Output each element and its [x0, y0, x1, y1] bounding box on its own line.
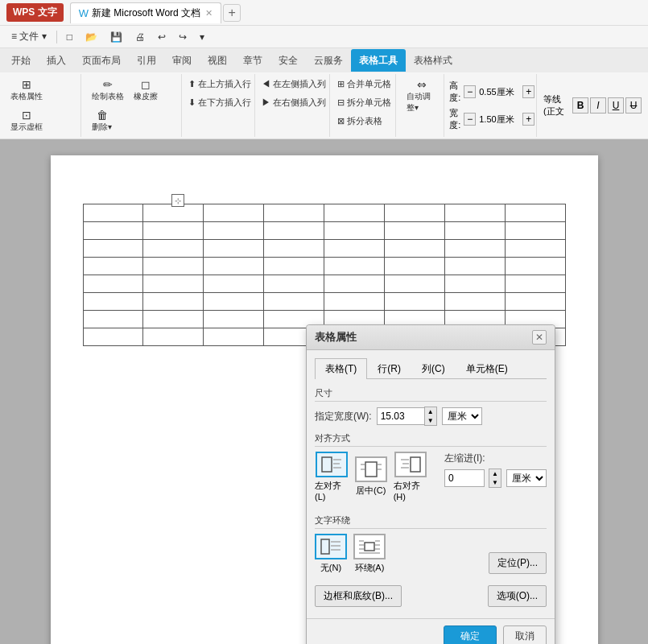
menu-undo[interactable]: ↩	[151, 29, 172, 45]
doc-tab-title: 新建 Microsoft Word 文档	[92, 6, 200, 20]
wrap-around-option[interactable]: 环绕(A)	[353, 534, 386, 574]
width-unit-select[interactable]: 厘米	[442, 407, 482, 425]
dialog-tab-row[interactable]: 行(R)	[367, 358, 411, 379]
wrap-around-label: 环绕(A)	[355, 562, 385, 574]
wps-logo[interactable]: WPS 文字	[6, 3, 64, 22]
align-options-group: 左对齐(L)	[315, 452, 428, 502]
indent-spinner-down[interactable]: ▼	[489, 478, 501, 487]
split-cells-button[interactable]: ⊟ 拆分单元格	[332, 94, 396, 111]
insert-row-below-button[interactable]: ⬇ 在下方插入行	[184, 94, 256, 111]
delete-button[interactable]: 🗑 删除▾	[88, 106, 116, 135]
ribbon-group-1: ⊞ 表格属性 ⊡ 显示虚框	[3, 74, 81, 137]
dialog-title-bar: 表格属性 ✕	[307, 325, 555, 350]
draw-icon: ✏	[103, 78, 113, 91]
group2-btns: ✏ 绘制表格 ◻ 橡皮擦 🗑 删除▾	[88, 76, 178, 135]
merge-cells-button[interactable]: ⊞ 合并单元格	[332, 76, 396, 93]
tab-table-tools[interactable]: 表格工具	[351, 49, 406, 72]
width-input[interactable]	[377, 407, 425, 425]
dialog-tab-table[interactable]: 表格(T)	[315, 358, 367, 379]
width-plus-btn[interactable]: +	[522, 113, 534, 126]
cancel-button[interactable]: 取消	[503, 625, 547, 644]
align-center-icon	[355, 456, 387, 482]
insert-row-above-button[interactable]: ⬆ 在上方插入行	[184, 76, 256, 93]
options-button[interactable]: 选项(O)...	[488, 585, 547, 607]
wrap-around-svg	[358, 538, 381, 555]
delete-icon: 🗑	[97, 109, 108, 122]
dialog-close-button[interactable]: ✕	[532, 330, 547, 345]
draw-label: 绘制表格	[92, 91, 124, 102]
underline-button[interactable]: U	[608, 97, 624, 114]
indent-spinner-up[interactable]: ▲	[489, 469, 501, 478]
align-left-label: 左对齐(L)	[315, 480, 349, 502]
indent-input[interactable]	[444, 469, 485, 487]
equal-label: 等线 (正文	[543, 93, 569, 118]
ribbon-group-3: ⬆ 在上方插入行 ⬇ 在下方插入行	[185, 74, 255, 137]
tab-chapter[interactable]: 章节	[235, 49, 270, 72]
menu-print[interactable]: 🖨	[129, 29, 151, 45]
tab-security[interactable]: 安全	[270, 49, 306, 72]
insert-col-left-button[interactable]: ◀ 在左侧插入列	[257, 76, 331, 93]
insert-col-right-button[interactable]: ▶ 在右侧插入列	[257, 94, 331, 111]
align-right-option[interactable]: 右对齐(H)	[394, 452, 428, 502]
group3-btns: ⬆ 在上方插入行 ⬇ 在下方插入行	[184, 76, 256, 111]
auto-adjust-button[interactable]: ⇔ 自动调整▾	[402, 76, 441, 116]
tab-reference[interactable]: 引用	[129, 49, 164, 72]
tab-start[interactable]: 开始	[3, 49, 39, 72]
indent-unit-select[interactable]: 厘米	[506, 469, 547, 487]
split-table-button[interactable]: ⊠ 拆分表格	[332, 113, 387, 130]
action-buttons-row: 边框和底纹(B)... 选项(O)...	[315, 585, 547, 607]
ribbon-group-7: 高度: − 0.55厘米 + 宽度: − 1.50厘米 +	[448, 74, 537, 137]
indent-section: 左缩进(I): ▲ ▼ 厘米	[444, 452, 547, 488]
dialog-footer: 确定 取消	[307, 618, 555, 644]
height-minus-btn[interactable]: −	[464, 85, 476, 98]
menu-save[interactable]: 💾	[104, 29, 129, 45]
draw-table-button[interactable]: ✏ 绘制表格	[88, 76, 128, 105]
borders-button[interactable]: 边框和底纹(B)...	[315, 585, 402, 607]
dialog-tabs: 表格(T) 行(R) 列(C) 单元格(E)	[315, 358, 547, 379]
width-spinner-up[interactable]: ▲	[425, 407, 436, 416]
width-label: 宽度:	[449, 107, 460, 131]
eraser-button[interactable]: ◻ 橡皮擦	[130, 76, 162, 105]
width-minus-btn[interactable]: −	[464, 113, 476, 126]
tab-insert[interactable]: 插入	[39, 49, 74, 72]
strikethrough-button[interactable]: U	[625, 97, 642, 114]
width-spinner-down[interactable]: ▼	[425, 416, 436, 425]
tab-view[interactable]: 视图	[200, 49, 235, 72]
menu-dropdown[interactable]: ▾	[193, 29, 211, 45]
show-virtual-button[interactable]: ⊡ 显示虚框	[6, 106, 47, 135]
tab-cloud[interactable]: 云服务	[306, 49, 351, 72]
new-tab-button[interactable]: +	[223, 4, 241, 22]
align-right-label: 右对齐(H)	[394, 480, 428, 502]
align-center-option[interactable]: 居中(C)	[355, 456, 387, 497]
doc-tab-close[interactable]: ✕	[205, 8, 213, 19]
italic-button[interactable]: I	[590, 97, 606, 114]
ok-button[interactable]: 确定	[444, 625, 497, 644]
table-properties-dialog: 表格属性 ✕ 表格(T) 行(R) 列(C) 单元格(E) 尺寸 指定宽度(W)…	[306, 324, 555, 644]
position-button[interactable]: 定位(P)...	[489, 552, 547, 574]
menu-hamburger[interactable]: ≡ 文件 ▾	[5, 27, 53, 46]
align-left-option[interactable]: 左对齐(L)	[315, 452, 349, 502]
bold-button[interactable]: B	[572, 97, 588, 114]
doc-tab[interactable]: W 新建 Microsoft Word 文档 ✕	[70, 2, 221, 23]
doc-area: ⊹ 表格属性 ✕ 表格(T)	[0, 139, 648, 644]
align-center-svg	[360, 460, 382, 478]
tab-review[interactable]: 审阅	[164, 49, 200, 72]
auto-adjust-icon: ⇔	[417, 78, 427, 91]
height-plus-btn[interactable]: +	[522, 85, 534, 98]
wrap-none-label: 无(N)	[320, 562, 341, 574]
dialog-tab-col[interactable]: 列(C)	[411, 358, 456, 379]
tab-layout[interactable]: 页面布局	[74, 49, 129, 72]
ribbon-group-5: ⊞ 合并单元格 ⊟ 拆分单元格 ⊠ 拆分表格	[333, 74, 396, 137]
menu-separator-1	[56, 31, 57, 43]
table-props-button[interactable]: ⊞ 表格属性	[6, 76, 47, 105]
wrap-none-option[interactable]: 无(N)	[315, 534, 347, 574]
align-left-icon	[316, 452, 348, 477]
svg-rect-4	[365, 462, 377, 477]
tab-table-style[interactable]: 表格样式	[406, 49, 460, 72]
menu-open[interactable]: 📂	[79, 29, 104, 45]
menu-redo[interactable]: ↪	[172, 29, 193, 45]
dialog-tab-cell[interactable]: 单元格(E)	[456, 358, 518, 379]
wrap-none-icon	[315, 534, 347, 559]
menu-new[interactable]: □	[60, 29, 79, 45]
indent-label: 左缩进(I):	[444, 452, 547, 465]
